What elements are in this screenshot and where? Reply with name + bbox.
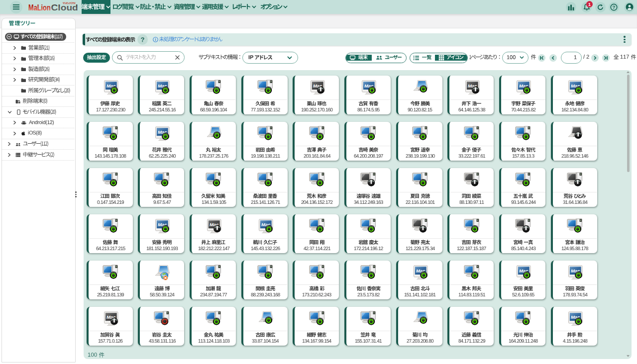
svg-text:MaLion: MaLion <box>28 3 51 12</box>
